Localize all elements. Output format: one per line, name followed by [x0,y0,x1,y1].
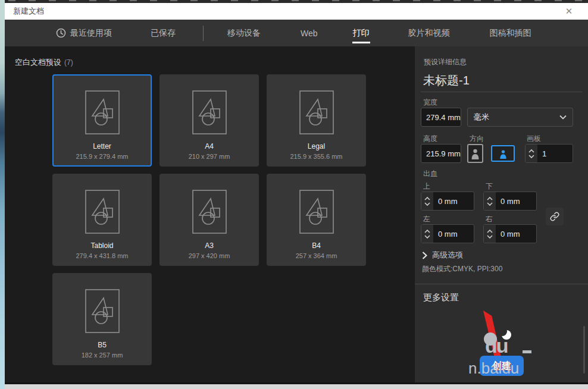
bleed-bottom-value[interactable]: 0 mm [496,192,536,210]
preset-dimensions: 279.4 x 431.8 mm [76,252,128,259]
chevron-down-icon [424,202,430,206]
preset-dimensions: 182 x 257 mm [82,352,123,359]
details-heading: 预设详细信息 [424,57,467,67]
bleed-bottom-label: 下 [486,181,493,192]
preset-card-b4[interactable]: B4 257 x 364 mm [267,174,366,266]
bleed-bottom-stepper: 0 mm [483,192,537,211]
unit-select[interactable]: 毫米 [467,108,573,127]
dialog-titlebar: 新建文档 ✕ [5,3,588,20]
blank-document-icon [299,90,334,134]
presets-heading-text: 空白文档预设 [15,58,61,67]
bleed-label: 出血 [423,169,437,179]
artboard-value[interactable]: 1 [537,145,573,162]
chevron-up-icon [487,197,493,200]
chevron-down-icon [487,202,493,206]
tab-saved[interactable]: 已保存 [151,20,176,46]
tab-mobile[interactable]: 移动设备 [227,20,261,46]
tab-label: 打印 [353,28,370,39]
stepper-arrows[interactable] [421,225,433,243]
preset-card-tabloid[interactable]: Tabloid 279.4 x 431.8 mm [52,174,152,266]
portrait-person-icon [471,148,480,159]
preset-card-a3[interactable]: A3 297 x 420 mm [159,174,259,266]
stepper-arrows[interactable] [484,225,496,243]
blank-document-icon [85,289,120,333]
window-bottom-strip [5,384,588,389]
divider [415,284,588,284]
chevron-down-icon [487,235,493,239]
bleed-top-stepper: 0 mm [421,192,474,211]
desktop-background-sliver [0,0,5,389]
chevron-up-icon [424,197,430,200]
preset-name: B4 [312,241,321,250]
divider [421,92,582,92]
preset-dimensions: 257 x 364 mm [296,252,337,259]
blank-document-icon [192,90,227,134]
stepper-arrows[interactable] [421,192,433,210]
bleed-top-value[interactable]: 0 mm [433,192,474,210]
width-input[interactable]: 279.4 mm [421,108,461,127]
chevron-up-icon [424,230,430,233]
presets-area: 空白文档预设(7) Letter 215.9 x 279.4 mm [5,46,415,382]
artboard-label: 画板 [527,134,541,144]
panel-scrollbar[interactable] [583,326,585,374]
preset-card-letter[interactable]: Letter 215.9 x 279.4 mm [52,74,152,167]
preset-details-panel: 预设详细信息 未标题-1 宽度 279.4 mm 毫米 高度 方向 画板 215… [415,46,588,382]
preset-dimensions: 215.9 x 355.6 mm [290,153,342,160]
preset-name: B5 [98,341,107,349]
chevron-up-icon [487,230,493,233]
clock-icon [56,28,66,38]
preset-name: Legal [308,142,325,150]
bleed-left-value[interactable]: 0 mm [433,225,474,243]
tab-divider [203,26,204,41]
bleed-top-label: 上 [423,181,430,192]
bleed-right-value[interactable]: 0 mm [496,225,536,243]
chevron-up-icon [528,149,534,153]
tab-film-video[interactable]: 胶片和视频 [408,20,450,46]
orientation-portrait-button[interactable] [467,144,483,163]
bleed-left-stepper: 0 mm [421,224,474,243]
chevron-down-icon [528,155,534,158]
stepper-arrows[interactable] [484,192,496,210]
preset-card-b5[interactable]: B5 182 x 257 mm [52,273,152,365]
bleed-right-label: 右 [486,214,493,224]
preset-card-a4[interactable]: A4 210 x 297 mm [159,74,259,167]
orientation-landscape-button[interactable] [491,145,515,162]
preset-card-legal[interactable]: Legal 215.9 x 355.6 mm [267,74,366,167]
presets-count: (7) [64,58,73,67]
stepper-arrows[interactable] [526,145,537,162]
preset-dimensions: 297 x 420 mm [189,252,230,259]
tab-label: Web [301,29,318,38]
color-mode-summary: 颜色模式:CMYK, PPI:300 [422,264,502,274]
dialog-content: 空白文档预设(7) Letter 215.9 x 279.4 mm [5,46,588,382]
artboard-stepper: 1 [525,144,573,163]
tab-recent[interactable]: 最近使用项 [56,20,112,46]
link-icon [550,212,559,221]
tab-web[interactable]: Web [301,20,318,46]
watermark-dash [523,350,531,353]
close-icon[interactable]: ✕ [561,3,577,20]
more-settings-button[interactable]: 更多设置 [423,292,459,303]
bleed-link-button[interactable] [546,208,564,225]
document-name-field[interactable]: 未标题-1 [423,73,470,89]
unit-value: 毫米 [474,112,489,123]
watermark-url-text: n.baidu [468,359,519,378]
tab-label: 图稿和插图 [490,28,531,39]
chevron-down-icon [424,235,430,239]
bleed-right-stepper: 0 mm [483,224,537,243]
height-input[interactable]: 215.9 mm [421,144,461,163]
advanced-options-toggle[interactable]: 高级选项 [422,250,463,261]
advanced-options-label: 高级选项 [432,250,463,261]
presets-heading: 空白文档预设(7) [15,57,73,68]
height-label: 高度 [423,134,437,144]
tab-print[interactable]: 打印 [353,20,370,46]
blank-document-icon [192,190,227,234]
preset-cards-grid: Letter 215.9 x 279.4 mm A4 210 x 297 mm [52,74,366,365]
preset-dimensions: 210 x 297 mm [189,153,230,160]
tab-art-illustration[interactable]: 图稿和插图 [490,20,531,46]
orientation-label: 方向 [470,134,484,144]
preset-name: Tabloid [90,241,113,250]
watermark-du-text: du [485,334,508,357]
blank-document-icon [299,190,334,234]
chevron-down-icon [559,115,567,120]
width-label: 宽度 [423,98,437,108]
